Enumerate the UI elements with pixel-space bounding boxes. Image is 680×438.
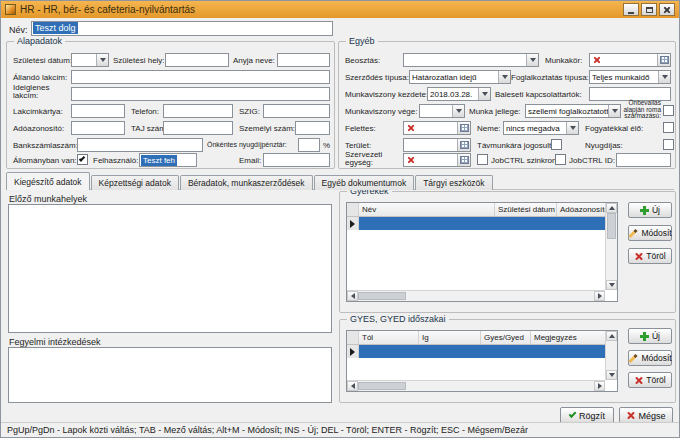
szervezeti-egyseg-picker-button[interactable] [457, 154, 470, 166]
children-col-adoazonosito[interactable]: Adóazonosító [557, 203, 605, 216]
roma-szarmazasu-checkbox[interactable] [663, 105, 674, 116]
szerzodes-tipusa-select[interactable]: Határozatlan idejű [409, 70, 511, 84]
onkentes-nyugdijpenztar-input[interactable] [298, 138, 320, 152]
status-bar: PgUp/PgDn - Lapok közti váltás; TAB - Me… [1, 422, 679, 437]
bankszamlaszam-input[interactable] [77, 138, 203, 152]
tavmunkara-jogosult-checkbox[interactable] [551, 139, 562, 150]
tab-egyeb-dokumentumok[interactable]: Egyéb dokumentumok [314, 175, 415, 190]
gyes-delete-button[interactable]: Töröl [628, 372, 672, 388]
name-input[interactable]: Teszt dolg [31, 21, 333, 36]
tab-kiegeszito-adatok[interactable]: Kiegészítő adatok [6, 172, 90, 190]
adoazonosito-input[interactable] [71, 121, 125, 135]
children-add-label: Új [652, 205, 660, 215]
munkaviszony-kezdete-picker[interactable]: 2018.03.28. [427, 87, 491, 101]
children-selected-row[interactable] [347, 217, 617, 230]
scroll-right-button[interactable] [594, 381, 605, 391]
munkaviszony-vege-picker[interactable] [419, 104, 465, 118]
add-icon [640, 206, 649, 215]
gyes-hscrollbar[interactable] [347, 380, 605, 391]
felettes-lookup[interactable] [403, 121, 471, 135]
scroll-left-button[interactable] [347, 291, 358, 301]
gyes-col-gyes-gyed[interactable]: Gyes/Gyed [481, 331, 531, 344]
szemelyi-szam-input[interactable] [295, 121, 330, 135]
close-button[interactable] [659, 3, 675, 16]
allando-lakcim-input[interactable] [71, 70, 330, 84]
children-hscrollbar[interactable] [347, 290, 605, 301]
tab-beradatok-munkaszerzodesek[interactable]: Béradatok, munkaszerződések [180, 175, 313, 190]
munkakor-lookup[interactable] [589, 53, 671, 67]
vscroll-thumb[interactable] [607, 213, 616, 239]
allando-lakcim-label: Állandó lakcím: [13, 73, 67, 82]
children-col-szuletesi-datum[interactable]: Születési dátum [495, 203, 557, 216]
fegyelmi-intezkedesek-textarea[interactable] [8, 347, 332, 403]
anyja-neve-input[interactable] [277, 53, 330, 67]
gyes-table[interactable]: Tól Ig Gyes/Gyed Megjegyzés [346, 330, 618, 392]
maximize-button[interactable] [641, 3, 657, 16]
felettes-picker-button[interactable] [457, 122, 470, 134]
elozo-munkahelyek-textarea[interactable] [8, 204, 332, 333]
taj-szam-input[interactable] [163, 121, 233, 135]
szuletesi-datum-picker[interactable] [71, 53, 109, 67]
title-bar: HR - HR, bér- és cafeteria-nyilvántartás [1, 1, 679, 18]
children-col-nev[interactable]: Név [359, 203, 495, 216]
allomanyban-van-checkbox[interactable] [77, 154, 88, 165]
gyes-edit-button[interactable]: Módosít [628, 350, 672, 366]
foglalkoztatas-tipusa-select[interactable]: Teljes munkaidő [589, 70, 671, 84]
adoazonosito-label: Adóazonosító: [13, 124, 64, 133]
gyes-col-ig[interactable]: Ig [419, 331, 481, 344]
telefon-input[interactable] [163, 104, 233, 118]
add-icon [640, 332, 649, 341]
gyes-add-button[interactable]: Új [628, 328, 672, 344]
scroll-up-button[interactable] [606, 203, 617, 213]
grid-icon [660, 56, 669, 64]
tab-targyi-eszkozok[interactable]: Tárgyi eszközök [415, 175, 492, 190]
children-table[interactable]: Név Születési dátum Adóazonosító [346, 202, 618, 302]
nyugdijas-label: Nyugdíjas: [585, 141, 623, 150]
children-vscrollbar[interactable] [605, 203, 617, 290]
minimize-button[interactable] [623, 3, 639, 16]
gyes-vscrollbar[interactable] [605, 331, 617, 380]
scroll-up-button[interactable] [606, 331, 617, 341]
scroll-right-button[interactable] [594, 291, 605, 301]
gyes-col-tol[interactable]: Tól [359, 331, 419, 344]
neme-select[interactable]: nincs megadva [503, 121, 579, 135]
terulet-lookup[interactable] [403, 138, 471, 152]
fogyatekkal-elo-checkbox[interactable] [663, 122, 674, 133]
munka-jellege-label: Munka jellege: [469, 107, 521, 116]
children-add-button[interactable]: Új [628, 202, 672, 218]
gyes-selected-row[interactable] [347, 345, 617, 358]
ideiglenes-lakcim-input[interactable] [71, 87, 330, 101]
felhasznalo-input[interactable]: Teszt feh [139, 153, 197, 167]
gyes-col-megjegyzes[interactable]: Megjegyzés [531, 331, 605, 344]
jobctrl-id-input[interactable] [616, 153, 671, 167]
gyes-add-label: Új [652, 331, 660, 341]
ideiglenes-lakcim-label: Ideiglenes lakcím: [13, 84, 67, 99]
scroll-down-button[interactable] [606, 280, 617, 290]
children-edit-button[interactable]: Módosít [628, 225, 672, 241]
hscroll-thumb[interactable] [358, 382, 406, 390]
jobctrl-szinkron-checkbox[interactable] [477, 154, 488, 165]
tab-kepzettsegi-adatok[interactable]: Képzettségi adatok [91, 175, 179, 190]
szervezeti-egyseg-lookup[interactable] [403, 153, 471, 167]
beosztas-select[interactable] [403, 53, 539, 67]
email-input[interactable] [263, 153, 330, 167]
terulet-picker-button[interactable] [457, 139, 470, 151]
minimize-icon [628, 12, 634, 14]
nyugdijas-checkbox[interactable] [663, 139, 674, 150]
munkakor-picker-button[interactable] [657, 54, 670, 66]
hscroll-thumb[interactable] [358, 292, 406, 300]
scroll-down-button[interactable] [606, 370, 617, 380]
scroll-left-button[interactable] [347, 381, 358, 391]
szig-input[interactable] [263, 104, 330, 118]
tavmunkara-jogosult-label: Távmunkára jogosult [477, 141, 551, 150]
jobctrl-szinkron-label: JobCTRL szinkron [491, 156, 557, 165]
munka-jellege-select[interactable]: szellemi foglalkoztatott [525, 104, 621, 118]
lakcimkartya-input[interactable] [71, 104, 125, 118]
hr-window: HR - HR, bér- és cafeteria-nyilvántartás… [0, 0, 680, 438]
jobctrl-id-checkbox[interactable] [555, 154, 566, 165]
szerzodes-tipusa-value: Határozatlan idejű [410, 71, 510, 82]
neme-label: Neme: [477, 124, 501, 133]
felhasznalo-value: Teszt feh [141, 155, 177, 167]
children-delete-button[interactable]: Töröl [628, 248, 672, 264]
szuletesi-hely-input[interactable] [165, 53, 229, 67]
